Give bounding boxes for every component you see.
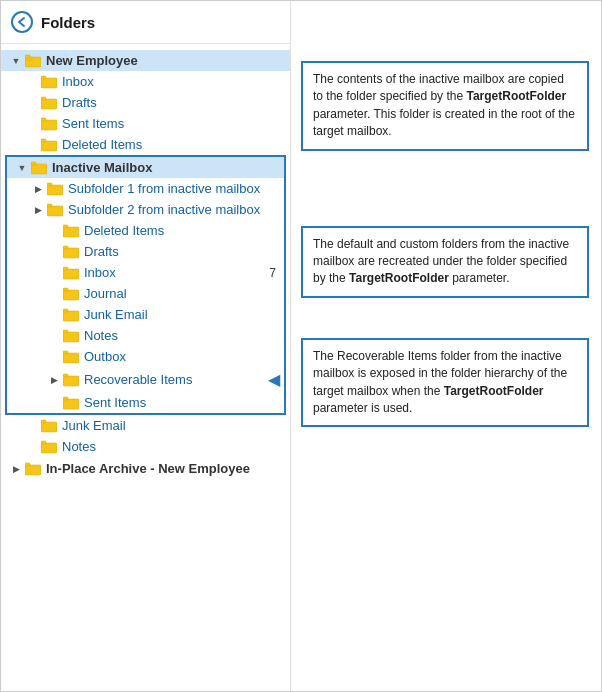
svg-rect-21 [63, 246, 68, 249]
svg-rect-25 [63, 288, 68, 291]
folder-tree: ▼ New Employee ▶ Inbox ▶ [1, 44, 290, 486]
folder-icon-sub1 [47, 182, 63, 196]
callout-box-3: The Recoverable Items folder from the in… [301, 338, 589, 428]
tree-item-label-junk-b: Junk Email [62, 418, 290, 433]
svg-rect-3 [25, 55, 30, 58]
tree-item-recoverable[interactable]: ▶ Recoverable Items ◀ [7, 367, 284, 392]
tree-item-sent-items-top[interactable]: ▶ Sent Items [1, 113, 290, 134]
tree-item-deleted-in[interactable]: ▶ Deleted Items [7, 220, 284, 241]
svg-rect-40 [25, 465, 41, 475]
expand-icon-new-employee: ▼ [9, 54, 23, 68]
folder-icon-junk-b [41, 419, 57, 433]
svg-rect-34 [63, 399, 79, 409]
tree-item-new-employee[interactable]: ▼ New Employee [1, 50, 290, 71]
tree-item-label-archive: In-Place Archive - New Employee [46, 461, 290, 476]
tree-item-archive[interactable]: ▶ In-Place Archive - New Employee [1, 457, 290, 480]
expand-icon-sub2: ▶ [31, 203, 45, 217]
callout-2-text2: parameter. [449, 271, 510, 285]
back-icon[interactable] [11, 11, 33, 33]
tree-item-label-inbox: Inbox [62, 74, 290, 89]
svg-rect-20 [63, 248, 79, 258]
svg-rect-37 [41, 420, 46, 423]
svg-rect-31 [63, 351, 68, 354]
svg-point-0 [12, 12, 32, 32]
svg-rect-6 [41, 99, 57, 109]
folder-icon-inbox [41, 75, 57, 89]
folder-icon-inbox-in [63, 266, 79, 280]
svg-rect-11 [41, 139, 46, 142]
callout-1-text2: parameter. This folder is created in the… [313, 107, 575, 138]
folder-icon-notes-b [41, 440, 57, 454]
tree-item-label-deleted-top: Deleted Items [62, 137, 290, 152]
svg-rect-26 [63, 311, 79, 321]
callout-1-bold: TargetRootFolder [466, 89, 566, 103]
svg-rect-12 [31, 164, 47, 174]
svg-rect-28 [63, 332, 79, 342]
tree-item-label-inactive: Inactive Mailbox [52, 160, 284, 175]
tree-item-sent-in[interactable]: ▶ Sent Items [7, 392, 284, 413]
tree-item-drafts[interactable]: ▶ Drafts [1, 92, 290, 113]
inbox-badge: 7 [269, 266, 276, 280]
svg-rect-17 [47, 204, 52, 207]
callout-panel: The contents of the inactive mailbox are… [291, 1, 601, 691]
svg-rect-35 [63, 397, 68, 400]
tree-item-junk-in[interactable]: ▶ Junk Email [7, 304, 284, 325]
tree-item-label-junk-in: Junk Email [84, 307, 284, 322]
folder-icon-junk-in [63, 308, 79, 322]
tree-item-journal[interactable]: ▶ Journal [7, 283, 284, 304]
svg-rect-4 [41, 78, 57, 88]
tree-item-label-sub2: Subfolder 2 from inactive mailbox [68, 202, 284, 217]
panel-header: Folders [1, 1, 290, 44]
expand-icon-inactive: ▼ [15, 161, 29, 175]
arrow-indicator: ◀ [268, 370, 280, 389]
svg-rect-30 [63, 353, 79, 363]
svg-rect-24 [63, 290, 79, 300]
tree-item-label-outbox: Outbox [84, 349, 284, 364]
svg-rect-22 [63, 269, 79, 279]
tree-item-label-drafts: Drafts [62, 95, 290, 110]
tree-item-notes-b[interactable]: ▶ Notes [1, 436, 290, 457]
panel-title: Folders [41, 14, 95, 31]
folder-icon-sent-top [41, 117, 57, 131]
tree-item-label-sub1: Subfolder 1 from inactive mailbox [68, 181, 284, 196]
svg-rect-33 [63, 374, 68, 377]
folder-icon-inactive [31, 161, 47, 175]
svg-rect-27 [63, 309, 68, 312]
tree-item-notes-in[interactable]: ▶ Notes [7, 325, 284, 346]
folder-tree-panel: Folders ▼ New Employee ▶ [1, 1, 291, 691]
tree-item-label-new-employee: New Employee [46, 53, 290, 68]
tree-item-label-notes-b: Notes [62, 439, 290, 454]
folder-icon-new-employee [25, 54, 41, 68]
tree-item-label-del-in: Deleted Items [84, 223, 284, 238]
svg-rect-41 [25, 463, 30, 466]
folder-icon-deleted-top [41, 138, 57, 152]
svg-rect-18 [63, 227, 79, 237]
svg-rect-23 [63, 267, 68, 270]
tree-item-outbox[interactable]: ▶ Outbox [7, 346, 284, 367]
tree-item-label-inbox-in: Inbox [84, 265, 269, 280]
callout-box-2: The default and custom folders from the … [301, 226, 589, 298]
folder-icon-notes-in [63, 329, 79, 343]
expand-icon-recoverable: ▶ [47, 373, 61, 387]
callout-3-text2: parameter is used. [313, 401, 412, 415]
tree-item-deleted-top[interactable]: ▶ Deleted Items [1, 134, 290, 155]
tree-item-subfolder1[interactable]: ▶ Subfolder 1 from inactive mailbox [7, 178, 284, 199]
folder-icon-drafts-in [63, 245, 79, 259]
tree-item-subfolder2[interactable]: ▶ Subfolder 2 from inactive mailbox [7, 199, 284, 220]
tree-item-inactive-mailbox[interactable]: ▼ Inactive Mailbox [7, 157, 284, 178]
svg-rect-9 [41, 118, 46, 121]
svg-rect-16 [47, 206, 63, 216]
callout-3-bold: TargetRootFolder [444, 384, 544, 398]
expand-icon-archive: ▶ [9, 462, 23, 476]
folder-icon-recoverable [63, 373, 79, 387]
tree-item-junk-b[interactable]: ▶ Junk Email [1, 415, 290, 436]
svg-rect-15 [47, 183, 52, 186]
svg-rect-14 [47, 185, 63, 195]
tree-item-inbox[interactable]: ▶ Inbox [1, 71, 290, 92]
tree-item-drafts-in[interactable]: ▶ Drafts [7, 241, 284, 262]
tree-item-label-recoverable: Recoverable Items [84, 372, 264, 387]
folder-icon-sent-in [63, 396, 79, 410]
tree-item-inbox-in[interactable]: ▶ Inbox 7 [7, 262, 284, 283]
folder-icon-drafts [41, 96, 57, 110]
svg-rect-7 [41, 97, 46, 100]
